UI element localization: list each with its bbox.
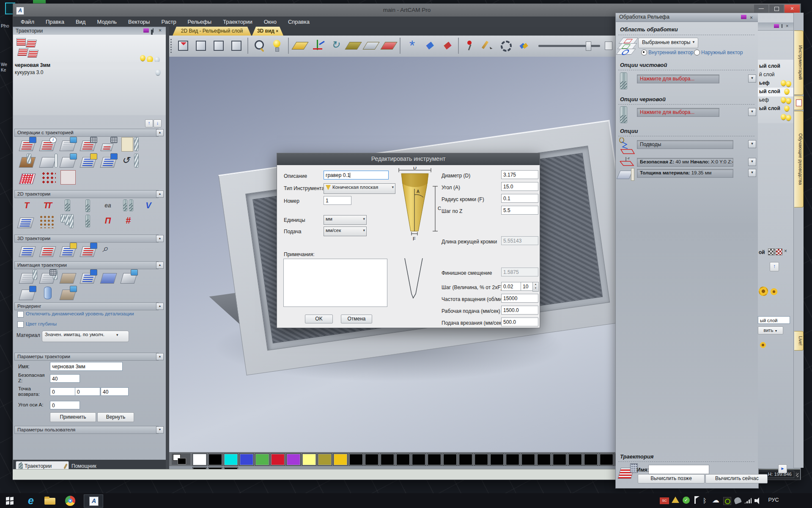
name-input[interactable]: черновая 3мм: [50, 362, 123, 371]
calculate-now-button[interactable]: Вычислить сейчас: [705, 474, 768, 483]
flower-icon[interactable]: [760, 342, 766, 348]
layer-row[interactable]: й слой: [758, 71, 793, 80]
close-button[interactable]: ×: [785, 5, 800, 13]
tray-nvidia-icon[interactable]: [723, 497, 731, 505]
pencil-icon[interactable]: [480, 37, 496, 54]
gear-icon[interactable]: [497, 37, 513, 54]
palette-swatch[interactable]: [599, 453, 614, 466]
checker-red-icon[interactable]: [776, 248, 782, 255]
engrave-toolpath-icon[interactable]: ea: [99, 199, 116, 213]
collapse-icon[interactable]: ▲: [156, 353, 164, 360]
dropdown-icon[interactable]: ▼: [748, 140, 756, 148]
dot-inlay-icon[interactable]: [38, 214, 56, 229]
section-operations[interactable]: Операции с траекторией: [14, 129, 159, 137]
profile-toolpath-icon[interactable]: Т: [18, 199, 35, 213]
waterline-icon[interactable]: [60, 243, 78, 258]
material-thickness-row[interactable]: Толщина материала: 19.35 мм: [637, 169, 733, 178]
toolbar-handle[interactable]: [170, 39, 172, 53]
palette-swatch[interactable]: [411, 453, 426, 466]
move-up-button[interactable]: ↑: [145, 119, 153, 127]
menu-item[interactable]: Траектории: [223, 19, 252, 25]
relief-plane-icon[interactable]: [381, 37, 397, 54]
zoom-slider-handle[interactable]: [586, 41, 591, 51]
rough-3d-icon[interactable]: [19, 243, 37, 258]
angle-input[interactable]: 15.0: [501, 182, 538, 191]
lightbulb-icon[interactable]: [784, 88, 790, 94]
book-icon[interactable]: [143, 28, 149, 33]
simulate-all-icon[interactable]: [40, 269, 58, 285]
calculate-later-button[interactable]: Вычислить позже: [638, 474, 705, 483]
return-y-input[interactable]: 0: [75, 387, 100, 396]
menu-item[interactable]: Модель: [97, 19, 117, 25]
lightbulb-icon[interactable]: [155, 69, 161, 75]
move-up-button[interactable]: ↑: [770, 262, 779, 271]
tray-signal-icon[interactable]: [744, 498, 752, 503]
setup-material-icon[interactable]: [40, 153, 58, 169]
tab-2d-view[interactable]: 2D Вид - Рельефный слой: [173, 27, 251, 36]
lightbulb-icon[interactable]: [140, 55, 145, 61]
collapse-icon[interactable]: ▲: [156, 129, 164, 136]
fragment-input[interactable]: ый слой: [758, 316, 790, 324]
cancel-button[interactable]: Отмена: [341, 315, 372, 323]
sim-reset-icon[interactable]: [121, 269, 139, 285]
grid-plane-icon[interactable]: [363, 37, 379, 54]
pin-icon[interactable]: [153, 28, 154, 33]
palette-swatch[interactable]: [271, 453, 285, 466]
palette-swatch[interactable]: [521, 453, 535, 466]
tip-radius-input[interactable]: 0.1: [501, 194, 538, 203]
ie-taskbar-icon[interactable]: e: [24, 494, 38, 507]
palette-swatch[interactable]: [474, 453, 488, 466]
palette-swatch[interactable]: [537, 453, 551, 466]
section-2d-toolpaths[interactable]: 2D траектории: [14, 190, 159, 198]
checker-icon[interactable]: [768, 248, 775, 255]
dropdown-icon[interactable]: ▼: [748, 169, 756, 177]
palette-swatch[interactable]: [208, 453, 222, 466]
palette-swatch[interactable]: [318, 453, 332, 466]
panel-header[interactable]: Траектории ×: [13, 27, 166, 35]
section-user-params[interactable]: Параметры пользователя: [14, 426, 159, 434]
delete-material-icon[interactable]: [60, 153, 78, 169]
diamond-pair-icon[interactable]: ◆◆: [515, 37, 531, 54]
menu-item[interactable]: Правка: [46, 19, 64, 25]
lightbulb-icon[interactable]: [786, 115, 791, 121]
raster-toolpath-icon[interactable]: [18, 214, 36, 229]
tray-drive-icon[interactable]: [672, 497, 679, 503]
palette-swatch[interactable]: [286, 453, 301, 466]
layer-row[interactable]: ый слой: [758, 62, 793, 71]
lightbulb-icon[interactable]: [786, 98, 791, 104]
collapse-icon[interactable]: ▲: [156, 303, 164, 310]
feed-rate-input[interactable]: 1500.0: [501, 306, 538, 315]
zoom-icon[interactable]: [251, 37, 267, 54]
diameter-input[interactable]: 3.175: [501, 170, 538, 179]
palette-swatch[interactable]: [568, 453, 582, 466]
axes-icon[interactable]: [310, 37, 326, 54]
tray-flag-icon[interactable]: [694, 496, 696, 504]
light-icon[interactable]: [269, 37, 285, 54]
stepover-spinner[interactable]: ▲▼: [532, 282, 539, 292]
fragment-button[interactable]: вить ▼: [758, 326, 783, 334]
palette-swatch[interactable]: [302, 453, 316, 466]
tray-dish-icon[interactable]: [733, 497, 742, 505]
spindle-input[interactable]: 15000: [501, 294, 538, 303]
sim-block-icon[interactable]: [60, 269, 78, 285]
apply-button[interactable]: Применить: [50, 412, 96, 422]
wave-toolpath-icon[interactable]: [19, 170, 37, 185]
palette-swatch[interactable]: [427, 453, 442, 466]
safe-z-row[interactable]: Безопасная Z: 40 мм Начало: X:0 Y:0 Z:40: [637, 158, 733, 167]
close-icon[interactable]: ×: [784, 248, 787, 254]
return-z-input[interactable]: 40: [101, 387, 129, 396]
collapse-icon[interactable]: ▲: [156, 235, 164, 242]
diamond-blue-icon[interactable]: ◆: [421, 37, 437, 54]
artcam-taskbar-icon[interactable]: A: [84, 494, 103, 508]
rest-machine-icon[interactable]: [80, 243, 98, 258]
tray-check-icon[interactable]: ✓: [683, 497, 690, 504]
feed-units-select[interactable]: мм/сек▾: [324, 226, 367, 236]
palette-swatch[interactable]: [380, 453, 395, 466]
a-axis-input[interactable]: 0: [50, 401, 80, 409]
tray-sc-icon[interactable]: SC: [660, 497, 669, 504]
sim-save-icon[interactable]: [80, 269, 98, 285]
pin-icon[interactable]: [782, 24, 782, 28]
units-select[interactable]: мм▾: [324, 215, 367, 225]
book-icon[interactable]: [741, 15, 746, 19]
save-toolpaths-icon[interactable]: [19, 137, 37, 152]
